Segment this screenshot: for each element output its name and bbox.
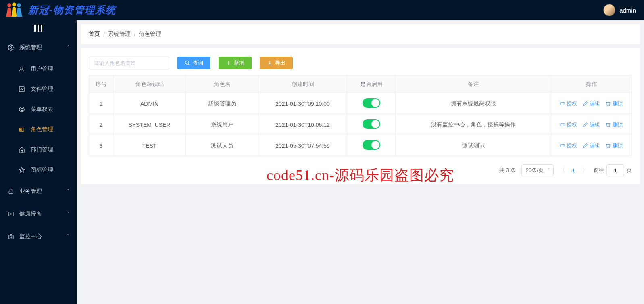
trash-icon — [606, 143, 611, 148]
svg-rect-23 — [561, 123, 564, 126]
chevron-down-icon: ˅ — [67, 234, 69, 239]
sidebar-item-label: 部门管理 — [31, 146, 53, 153]
edit-icon — [583, 143, 588, 148]
edit-link[interactable]: 编辑 — [583, 100, 600, 107]
gear-icon — [7, 44, 15, 51]
house-icon — [19, 147, 26, 153]
table-row: 3 TEST 测试人员 2021-05-30T07:54:59 测试测试 授权 … — [89, 135, 632, 156]
lock-icon — [7, 188, 15, 195]
svg-marker-11 — [19, 167, 24, 172]
prev-page-button[interactable]: 〈 — [559, 167, 565, 174]
search-button[interactable]: 查询 — [177, 57, 210, 69]
edit-link[interactable]: 编辑 — [583, 121, 600, 128]
svg-rect-10 — [21, 150, 23, 152]
breadcrumb-sep: / — [134, 31, 135, 38]
svg-rect-21 — [561, 102, 564, 105]
next-page-button[interactable]: 〉 — [582, 167, 588, 174]
camera-icon — [7, 233, 15, 240]
authorize-icon — [560, 101, 565, 106]
sidebar-item-file[interactable]: 文件管理 — [0, 79, 77, 99]
cell-enable — [347, 93, 396, 114]
toolbar: 查询 新增 导出 — [89, 57, 632, 69]
hamburger-icon — [34, 25, 42, 32]
page-number[interactable]: 1 — [572, 168, 575, 174]
cell-name: 系统用户 — [186, 114, 258, 135]
menu-label: 系统管理 — [19, 44, 67, 51]
th-code: 角色标识码 — [113, 76, 186, 93]
breadcrumb-item[interactable]: 系统管理 — [108, 31, 131, 38]
svg-rect-12 — [9, 191, 13, 194]
th-time: 创建时间 — [258, 76, 347, 93]
top-header: 新冠-物资管理系统 admin — [0, 0, 644, 20]
sidebar-item-dept[interactable]: 部门管理 — [0, 140, 77, 160]
breadcrumb-item[interactable]: 首页 — [89, 31, 100, 38]
enable-switch[interactable] — [363, 140, 380, 150]
cell-time: 2021-05-30T07:54:59 — [258, 135, 347, 156]
enable-switch[interactable] — [363, 119, 380, 129]
logo-icon — [4, 2, 24, 18]
svg-point-4 — [21, 67, 23, 69]
sidebar-item-menu-perm[interactable]: 菜单权限 — [0, 99, 77, 120]
delete-link[interactable]: 删除 — [606, 121, 623, 128]
search-icon — [185, 60, 190, 66]
svg-rect-25 — [561, 144, 564, 147]
authorize-link[interactable]: 授权 — [560, 100, 577, 107]
sidebar-item-user[interactable]: 用户管理 — [0, 59, 77, 79]
th-name: 角色名 — [186, 76, 258, 93]
cell-time: 2021-01-30T09:10:00 — [258, 93, 347, 114]
cell-code: TEST — [113, 135, 186, 156]
pagination: 共 3 条 20条/页 ˅ 〈 1 〉 前往 页 — [89, 164, 632, 176]
cell-seq: 2 — [89, 114, 113, 135]
user-menu[interactable]: admin — [603, 4, 636, 16]
menu-title-system[interactable]: 系统管理 ˄ — [0, 36, 77, 59]
th-action: 操作 — [551, 76, 632, 93]
svg-point-16 — [185, 61, 189, 64]
authorize-link[interactable]: 授权 — [560, 121, 577, 128]
role-search-input[interactable] — [89, 57, 169, 69]
export-button-label: 导出 — [275, 59, 286, 67]
health-icon — [7, 211, 15, 217]
chevron-down-icon: ˅ — [548, 168, 550, 173]
page-size-select[interactable]: 20条/页 ˅ — [521, 164, 554, 176]
delete-link[interactable]: 删除 — [606, 100, 623, 107]
cell-code: SYSTEM_USER — [113, 114, 186, 135]
content-card: 查询 新增 导出 序号 角色标识码 角色名 创 — [81, 48, 640, 184]
role-icon — [19, 126, 26, 133]
edit-icon — [583, 101, 588, 106]
table-row: 1 ADMIN 超级管理员 2021-01-30T09:10:00 拥有系统最高… — [89, 93, 632, 114]
logo-area: 新冠-物资管理系统 — [4, 2, 116, 18]
sidebar-item-role[interactable]: 角色管理 — [0, 120, 77, 140]
breadcrumb: 首页 / 系统管理 / 角色管理 — [81, 24, 640, 44]
cell-seq: 3 — [89, 135, 113, 156]
export-button[interactable]: 导出 — [260, 57, 293, 69]
role-table: 序号 角色标识码 角色名 创建时间 是否启用 备注 操作 1 ADMIN 超级管… — [89, 75, 632, 156]
delete-link[interactable]: 删除 — [606, 142, 623, 149]
cell-time: 2021-01-30T10:06:12 — [258, 114, 347, 135]
add-button[interactable]: 新增 — [219, 57, 252, 69]
page-size-label: 20条/页 — [526, 167, 544, 174]
menu-label: 业务管理 — [19, 188, 67, 195]
menu-title-health[interactable]: 健康报备 ˅ — [0, 203, 77, 225]
th-seq: 序号 — [89, 76, 113, 93]
sidebar-item-icon[interactable]: 图标管理 — [0, 160, 77, 180]
cell-action: 授权 编辑 删除 — [551, 114, 632, 135]
table-header-row: 序号 角色标识码 角色名 创建时间 是否启用 备注 操作 — [89, 76, 632, 93]
th-enable: 是否启用 — [347, 76, 396, 93]
menu-title-business[interactable]: 业务管理 ˅ — [0, 180, 77, 203]
cell-remark: 拥有系统最高权限 — [396, 93, 551, 114]
breadcrumb-sep: / — [103, 31, 105, 38]
star-icon — [19, 167, 26, 173]
edit-link[interactable]: 编辑 — [583, 142, 600, 149]
svg-point-0 — [7, 3, 11, 7]
enable-switch[interactable] — [363, 98, 380, 108]
main-area: 首页 / 系统管理 / 角色管理 查询 新增 导出 — [77, 20, 644, 304]
sidebar-item-label: 角色管理 — [31, 126, 53, 133]
sidebar-collapse-button[interactable] — [0, 20, 77, 36]
jump-page-input[interactable] — [606, 164, 624, 176]
menu-label: 健康报备 — [19, 210, 67, 218]
search-button-label: 查询 — [193, 59, 203, 67]
svg-point-6 — [19, 107, 24, 112]
menu-title-monitor[interactable]: 监控中心 ˅ — [0, 225, 77, 248]
authorize-link[interactable]: 授权 — [560, 142, 577, 149]
jump-prefix: 前往 — [594, 167, 604, 174]
